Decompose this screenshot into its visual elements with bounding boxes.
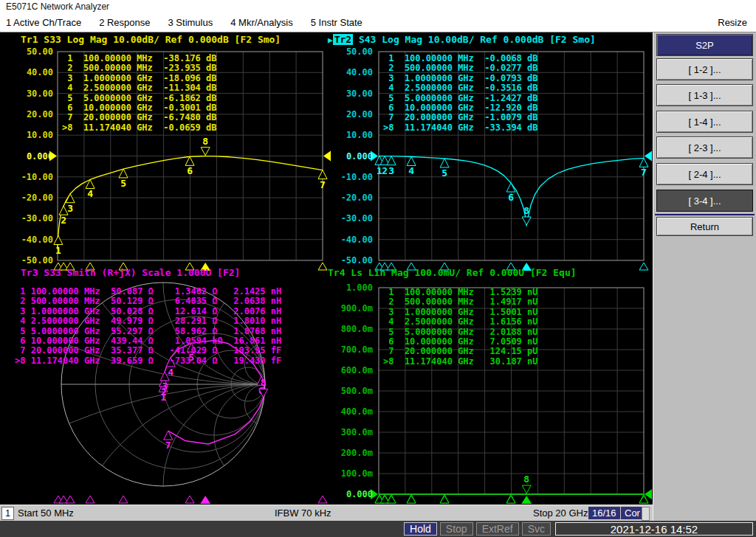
svg-text:1: 1 <box>55 245 61 256</box>
marker-row: 6 10.000000 GHz -0.3001 dB <box>62 103 217 113</box>
marker-row: 6 10.000000 GHz 7.0509 nU <box>383 337 538 347</box>
status-points-badge: 16/16 <box>588 507 620 519</box>
svg-text:2: 2 <box>61 215 66 226</box>
softkey-1-2[interactable]: [ 1-2 ]... <box>656 58 753 80</box>
softkey-separator <box>655 214 755 215</box>
marker-row: 7 20.000000 GHz 124.15 pU <box>383 347 538 356</box>
channel-number-box: 1 <box>1 507 14 520</box>
marker-row: 7 20.000000 GHz -1.0079 dB <box>383 113 538 122</box>
marker-row: 5 5.0000000 GHz -6.1862 dB <box>62 94 217 103</box>
marker-row: >8 11.174040 GHz -0.0659 dB <box>62 123 217 133</box>
marker-row: 1 100.00000 MHz -38.176 dB <box>62 54 217 63</box>
svg-text:4: 4 <box>168 367 173 378</box>
marker-row: >8 11.174040 GHz 30.187 nU <box>383 357 538 367</box>
svg-text:5: 5 <box>120 178 126 189</box>
status-stop-freq: Stop 20 GHz <box>533 507 588 519</box>
tr2-marker-table: 1 100.00000 MHz -0.0068 dB 2 500.00000 M… <box>383 54 538 133</box>
tr2-title-rest: S43 Log Mag 10.00dB/ Ref 0.000dB [F2 Smo… <box>353 34 596 45</box>
marker-row: 3 1.0000000 GHz 50.028 Ω 12.614 Ω 2.0076… <box>15 307 281 316</box>
svg-text:6: 6 <box>187 165 193 176</box>
status-start-freq: Start 50 MHz <box>18 507 74 519</box>
svg-text:3: 3 <box>388 165 394 176</box>
marker-row: 1 100.00000 MHz -0.0068 dB <box>383 54 538 63</box>
taskbar-datetime: 2021-12-16 14:52 <box>555 522 753 536</box>
marker-row: >8 11.174040 GHz -33.394 dB <box>383 123 538 133</box>
marker-row: 3 1.0000000 GHz 1.5001 nU <box>383 308 538 317</box>
taskbar-extref-button[interactable]: ExtRef <box>476 522 519 536</box>
taskbar-svc-button[interactable]: Svc <box>522 522 551 536</box>
menu-bar: 1 Active Ch/Trace 2 Response 3 Stimulus … <box>0 13 756 32</box>
marker-row: 5 5.0000000 GHz -1.2427 dB <box>383 94 538 103</box>
svg-text:4: 4 <box>408 165 414 176</box>
tr1-marker-table: 1 100.00000 MHz -38.176 dB 2 500.00000 M… <box>62 54 217 133</box>
svg-text:8: 8 <box>523 474 529 485</box>
marker-row: 1 100.00000 MHz 1.5239 nU <box>383 288 538 297</box>
tr4-title: Tr4 Ls Lin Mag 100.0mU/ Ref 0.000U [F2 E… <box>328 267 577 278</box>
softkey-2-4[interactable]: [ 2-4 ]... <box>656 163 753 185</box>
svg-text:7: 7 <box>165 440 171 451</box>
softkey-s2p-header: S2P <box>656 34 753 56</box>
tr2-title: ▶Tr2 S43 Log Mag 10.00dB/ Ref 0.000dB [F… <box>328 34 596 45</box>
instrument-screen: E5071C Network Analyzer 1 Active Ch/Trac… <box>0 0 756 537</box>
trace-display-area: 12345678123456781234567812345678 Tr1 S33… <box>0 32 653 505</box>
softkey-sidebar: S2P [ 1-2 ]... [ 1-3 ]... [ 1-4 ]... [ 2… <box>653 32 756 521</box>
window-titlebar: E5071C Network Analyzer <box>0 0 756 13</box>
marker-row: 2 500.00000 MHz -23.935 dB <box>62 63 217 73</box>
taskbar-stop-button[interactable]: Stop <box>440 522 473 536</box>
marker-row: 7 20.000000 GHz 35.377 Ω -41.029 Ω 193.9… <box>15 346 281 356</box>
softkey-return[interactable]: Return <box>656 217 753 236</box>
marker-row: 4 2.5000000 GHz 1.6156 nU <box>383 317 538 327</box>
marker-row: 3 1.0000000 GHz -18.096 dB <box>62 74 217 83</box>
svg-text:6: 6 <box>508 192 514 203</box>
status-spacer <box>642 507 650 521</box>
status-cor-badge: Cor <box>621 507 644 519</box>
marker-row: >8 11.174040 GHz 39.659 Ω -733.04 Ω 19.4… <box>15 356 281 366</box>
softkey-1-4[interactable]: [ 1-4 ]... <box>656 111 753 133</box>
marker-row: 6 10.000000 GHz 439.44 Ω 1.0594 kΩ 16.86… <box>15 336 281 346</box>
menu-stimulus[interactable]: 3 Stimulus <box>168 17 213 28</box>
svg-text:8: 8 <box>261 377 267 388</box>
menu-resize[interactable]: Resize <box>718 17 756 28</box>
marker-row: 5 5.0000000 GHz 2.0188 nU <box>383 328 538 337</box>
marker-row: 6 10.000000 GHz -12.920 dB <box>383 103 538 113</box>
svg-text:7: 7 <box>320 179 326 190</box>
taskbar-hold-button[interactable]: Hold <box>404 522 437 536</box>
svg-text:5: 5 <box>441 167 447 179</box>
menu-mkr-analysis[interactable]: 4 Mkr/Analysis <box>230 17 293 28</box>
tr2-active-label: Tr2 <box>333 34 353 45</box>
svg-text:8: 8 <box>202 136 208 147</box>
window-title: E5071C Network Analyzer <box>6 1 109 12</box>
tr4-marker-table: 1 100.00000 MHz 1.5239 nU 2 500.00000 MH… <box>383 288 538 367</box>
svg-text:7: 7 <box>641 167 647 178</box>
marker-row: 2 500.00000 MHz -0.0277 dB <box>383 63 538 73</box>
softkey-3-4[interactable]: [ 3-4 ]... <box>656 190 753 212</box>
instrument-taskbar: Hold Stop ExtRef Svc 2021-12-16 14:52 <box>0 521 756 537</box>
svg-text:2: 2 <box>382 165 388 176</box>
tr1-title: Tr1 S33 Log Mag 10.00dB/ Ref 0.000dB [F2… <box>21 34 281 45</box>
marker-row: 2 500.00000 MHz 1.4917 nU <box>383 297 538 307</box>
menu-response[interactable]: 2 Response <box>99 17 150 28</box>
tr3-title: Tr3 S33 Smith (R+jX) Scale 1.000U [F2] <box>21 267 240 278</box>
active-trace-arrow-icon: ▶ <box>328 35 333 45</box>
marker-row: 4 2.5000000 GHz 49.979 Ω 28.291 Ω 1.8010… <box>15 316 281 326</box>
softkey-1-3[interactable]: [ 1-3 ]... <box>656 84 753 106</box>
marker-row: 4 2.5000000 GHz -11.304 dB <box>62 83 217 93</box>
svg-text:8: 8 <box>523 205 529 216</box>
svg-text:4: 4 <box>87 188 93 199</box>
status-bar: 1 Start 50 MHz IFBW 70 kHz Stop 20 GHz 1… <box>0 505 653 522</box>
marker-row: 3 1.0000000 GHz -0.0793 dB <box>383 74 538 83</box>
menu-instr-state[interactable]: 5 Instr State <box>311 17 362 28</box>
tr3-marker-table: 1 100.00000 MHz 50.087 Ω 1.3462 Ω 2.1425… <box>15 287 281 366</box>
softkey-2-3[interactable]: [ 2-3 ]... <box>656 136 753 159</box>
marker-row: 4 2.5000000 GHz -0.3516 dB <box>383 83 538 93</box>
marker-row: 1 100.00000 MHz 50.087 Ω 1.3462 Ω 2.1425… <box>15 287 281 297</box>
menu-active-ch-trace[interactable]: 1 Active Ch/Trace <box>6 17 81 28</box>
svg-text:3: 3 <box>162 381 168 392</box>
marker-row: 5 5.0000000 GHz 55.297 Ω 58.962 Ω 1.8768… <box>15 327 281 336</box>
marker-row: 2 500.00000 MHz 50.129 Ω 6.4835 Ω 2.0638… <box>15 297 281 306</box>
status-ifbw: IFBW 70 kHz <box>275 507 331 519</box>
marker-row: 7 20.000000 GHz -6.7480 dB <box>62 113 217 122</box>
svg-text:3: 3 <box>67 203 73 214</box>
